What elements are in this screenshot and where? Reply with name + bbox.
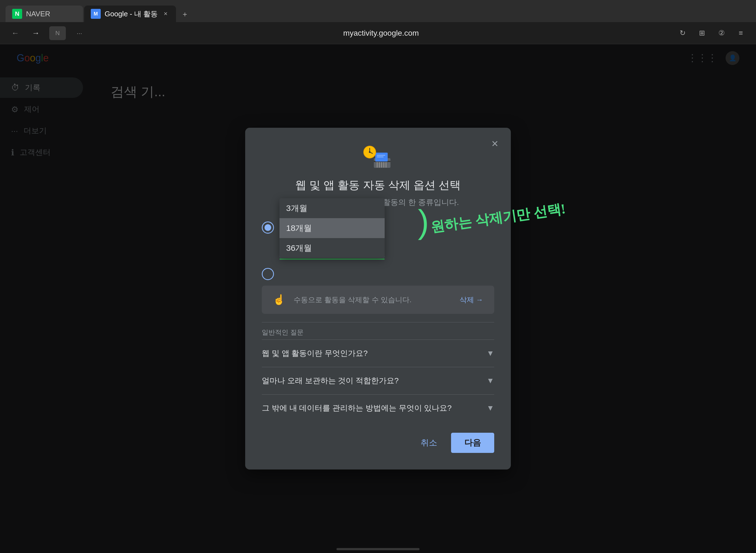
modal-close-button[interactable]: ✕ <box>487 136 502 152</box>
svg-rect-4 <box>381 162 382 168</box>
svg-rect-9 <box>377 157 384 157</box>
tab-naver[interactable]: N NAVER <box>6 6 83 22</box>
faq-item-0[interactable]: 웹 및 앱 활동이란 무엇인가요? ▼ <box>262 339 494 367</box>
modal-icon-area <box>262 144 494 169</box>
dropdown-item-36months[interactable]: 36개월 <box>279 238 385 258</box>
manual-delete-icon: ☝ <box>273 294 285 306</box>
extensions-button[interactable]: N <box>49 26 66 40</box>
dropdown-menu: 3개월 18개월 36개월 <box>279 198 385 258</box>
faq-question-0: 웹 및 앱 활동이란 무엇인가요? <box>262 348 368 359</box>
faq-section: 일반적인 질문 웹 및 앱 활동이란 무엇인가요? ▼ 얼마나 오래 보관하는 … <box>262 322 494 422</box>
faq-question-1: 얼마나 오래 보관하는 것이 적합한가요? <box>262 376 399 386</box>
dropdown-item-3months[interactable]: 3개월 <box>279 198 385 218</box>
faq-item-1[interactable]: 얼마나 오래 보관하는 것이 적합한가요? ▼ <box>262 367 494 394</box>
tab-bar: N NAVER M Google - 내 활동 ✕ + <box>0 0 756 22</box>
reload-button[interactable]: ↻ <box>676 26 690 40</box>
radio-circle-2 <box>262 268 274 280</box>
radio-option-2[interactable] <box>262 268 494 280</box>
address-bar: ← → N ··· myactivity.google.com ↻ ⊞ ② ≡ <box>0 22 756 44</box>
google-tab-label: Google - 내 활동 <box>105 9 158 19</box>
google-tab-icon: M <box>91 9 101 19</box>
modal-overlay: ✕ <box>0 44 756 553</box>
faq-chevron-2: ▼ <box>486 404 494 412</box>
back-button[interactable]: ← <box>8 26 22 40</box>
tab-google[interactable]: M Google - 내 활동 ✕ <box>84 6 176 22</box>
profile-number-button[interactable]: ② <box>714 26 728 40</box>
svg-rect-3 <box>379 162 380 168</box>
dropdown-item-18months[interactable]: 18개월 <box>279 218 385 238</box>
menu-button[interactable]: ··· <box>72 26 86 40</box>
svg-rect-8 <box>377 155 385 156</box>
dropdown-container: 18개월 ▲ 3개월 18개월 36개월 <box>279 238 494 260</box>
next-button[interactable]: 다음 <box>451 433 494 453</box>
extensions-panel-button[interactable]: ⊞ <box>695 26 709 40</box>
svg-rect-5 <box>383 162 385 168</box>
modal: ✕ <box>245 128 511 470</box>
svg-rect-2 <box>376 162 378 168</box>
modal-title: 웹 및 앱 활동 자동 삭제 옵션 선택 <box>262 177 494 193</box>
tab-close-button[interactable]: ✕ <box>161 10 169 18</box>
browser-actions: ↻ ⊞ ② ≡ <box>676 26 748 40</box>
dropdown-underline <box>279 258 385 260</box>
manual-delete-box: ☝ 수동으로 활동을 삭제할 수 있습니다. 삭제 → <box>262 286 494 314</box>
modal-illustration <box>361 144 395 169</box>
modal-footer: 취소 다음 <box>262 433 494 453</box>
browser-frame: N NAVER M Google - 내 활동 ✕ + ← → N ··· my… <box>0 0 756 553</box>
address-input[interactable]: myactivity.google.com <box>93 29 669 37</box>
radio-section: 활동 자동 삭제 기준 18개월 ▲ 3개월 18개월 36 <box>262 222 494 260</box>
new-tab-button[interactable]: + <box>177 7 193 22</box>
svg-rect-6 <box>386 162 387 168</box>
naver-tab-label: NAVER <box>26 10 50 18</box>
cancel-button[interactable]: 취소 <box>412 433 445 453</box>
browser-menu-button[interactable]: ≡ <box>734 26 748 40</box>
manual-delete-text: 수동으로 활동을 삭제할 수 있습니다. <box>294 295 411 305</box>
faq-chevron-1: ▼ <box>486 376 494 385</box>
radio-circle-1 <box>262 222 274 234</box>
faq-chevron-0: ▼ <box>486 349 494 358</box>
faq-question-2: 그 밖에 내 데이터를 관리하는 방법에는 무엇이 있나요? <box>262 403 452 413</box>
manual-delete-link[interactable]: 삭제 → <box>460 295 483 305</box>
faq-label: 일반적인 질문 <box>262 322 494 339</box>
forward-button[interactable]: → <box>29 26 43 40</box>
naver-tab-icon: N <box>12 9 22 19</box>
faq-item-2[interactable]: 그 밖에 내 데이터를 관리하는 방법에는 무엇이 있나요? ▼ <box>262 394 494 422</box>
page-content: Google ⋮⋮⋮ 👤 ⏱ 기록 ⚙ 제어 ··· 더보기 <box>0 44 756 553</box>
